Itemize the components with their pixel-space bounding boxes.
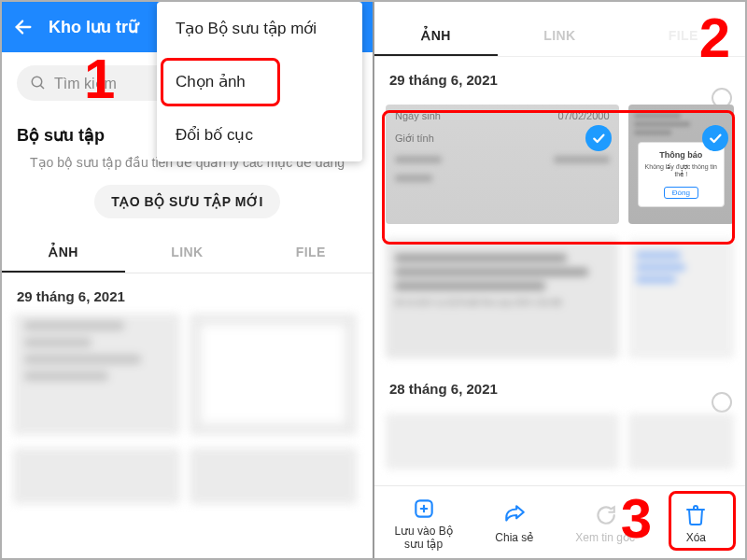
dialog-close-button: Đóng	[664, 187, 698, 199]
thumbnail[interactable]	[13, 448, 180, 504]
topbar-title: Kho lưu trữ	[49, 17, 138, 37]
thumbnail[interactable]	[628, 239, 734, 358]
annotation-number-1: 1	[84, 47, 115, 111]
svg-point-1	[32, 77, 42, 87]
tab-link[interactable]: LINK	[125, 233, 248, 273]
thumbnail[interactable]	[628, 413, 734, 469]
thumbnail[interactable]: tế và dịch vụ kỹ thuật theo quy định của…	[386, 239, 619, 358]
button-label: Xóa	[686, 531, 706, 544]
date-header-2: 28 tháng 6, 2021	[374, 366, 745, 406]
button-label: Lưu vào Bộ sưu tập	[387, 525, 461, 551]
tab-photo[interactable]: ẢNH	[2, 233, 125, 273]
tab-photo[interactable]: ẢNH	[374, 17, 498, 56]
thumbnail[interactable]	[13, 314, 180, 435]
date-header-1: 29 tháng 6, 2021	[374, 57, 745, 97]
tab-link[interactable]: LINK	[498, 17, 621, 56]
thumb-field-label: Giới tính	[395, 133, 434, 145]
svg-line-2	[40, 85, 44, 89]
thumbnail-row-selected: Ngày sinh07/02/2000 Giới tính Thông báo	[374, 97, 745, 231]
context-menu: Tạo Bộ sưu tập mới Chọn ảnh Đổi bố cục	[157, 2, 362, 161]
thumb-field-label: Ngày sinh	[395, 110, 441, 121]
back-arrow-icon[interactable]	[13, 17, 34, 37]
thumbnail-row-blurred: tế và dịch vụ kỹ thuật theo quy định của…	[374, 231, 745, 366]
menu-select-photo[interactable]: Chọn ảnh	[157, 55, 362, 108]
save-to-collection-button[interactable]: Lưu vào Bộ sưu tập	[387, 497, 461, 551]
check-icon[interactable]	[702, 125, 728, 151]
add-collection-icon	[412, 497, 436, 521]
annotation-number-2: 2	[699, 6, 730, 70]
menu-create-collection[interactable]: Tạo Bộ sưu tập mới	[157, 2, 362, 55]
message-icon	[593, 503, 617, 527]
share-button[interactable]: Chia sẻ	[477, 503, 552, 544]
bottom-action-bar: Lưu vào Bộ sưu tập Chia sẻ Xem tin gốc X…	[374, 485, 745, 558]
menu-change-layout[interactable]: Đổi bố cục	[157, 108, 362, 161]
trash-icon	[684, 503, 707, 527]
check-icon[interactable]	[585, 125, 612, 151]
right-panel: ẢNH LINK FILE 29 tháng 6, 2021 Ngày sinh…	[374, 2, 745, 558]
thumbnail-row-blurred	[374, 406, 745, 462]
annotation-number-3: 3	[621, 486, 652, 551]
blurred-content	[2, 314, 373, 504]
tabs: ẢNH LINK FILE	[2, 233, 373, 273]
delete-button[interactable]: Xóa	[658, 503, 733, 544]
thumb-caption: tế và dịch vụ kỹ thuật theo quy định của…	[395, 298, 610, 307]
thumbnail[interactable]	[190, 314, 357, 435]
thumbnail[interactable]	[190, 448, 357, 504]
tabs-right: ẢNH LINK FILE	[374, 7, 745, 57]
selected-thumbnail-1[interactable]: Ngày sinh07/02/2000 Giới tính	[386, 105, 619, 224]
date-header: 29 tháng 6, 2021	[2, 273, 373, 314]
dialog-preview: Thông báo Không lấy được thông tin thẻ !…	[638, 142, 725, 207]
button-label: Chia sẻ	[495, 531, 533, 544]
thumbnail[interactable]	[386, 413, 619, 469]
dialog-title: Thông báo	[644, 150, 718, 160]
share-icon	[502, 503, 527, 527]
create-collection-button[interactable]: TẠO BỘ SƯU TẬP MỚI	[94, 185, 280, 218]
selected-thumbnail-2[interactable]: Thông báo Không lấy được thông tin thẻ !…	[628, 105, 734, 224]
tab-file[interactable]: FILE	[249, 233, 373, 273]
left-panel: Kho lưu trữ Tìm kiếm Bộ sưu tập Tạo bộ s…	[2, 2, 373, 558]
thumb-field-value: 07/02/2000	[558, 110, 610, 121]
dialog-message: Không lấy được thông tin thẻ !	[644, 163, 718, 178]
